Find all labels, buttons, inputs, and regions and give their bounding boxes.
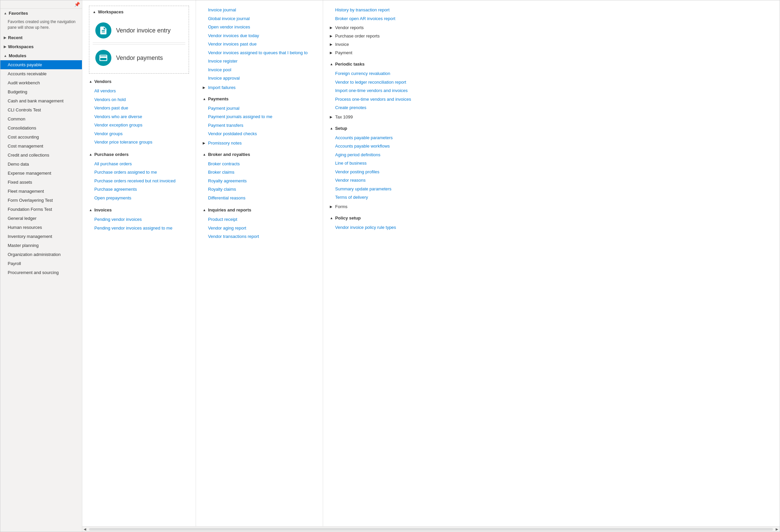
link-purchase-orders-received-but-n[interactable]: Purchase orders received but not invoice… [89, 177, 189, 185]
sidebar-item-fleet-management[interactable]: Fleet management [0, 187, 82, 196]
sidebar-item-consolidations[interactable]: Consolidations [0, 124, 82, 133]
sidebar-item-cli-controls-test[interactable]: CLI Controls Test [0, 105, 82, 114]
tax-1099-header[interactable]: ▶ Tax 1099 [330, 113, 443, 120]
sidebar-item-common[interactable]: Common [0, 114, 82, 124]
link-accounts-payable-workflows[interactable]: Accounts payable workflows [330, 142, 443, 151]
sidebar-item-cash-and-bank-management[interactable]: Cash and bank management [0, 96, 82, 105]
link-accounts-payable-parameters[interactable]: Accounts payable parameters [330, 134, 443, 142]
link-vendor-transactions-report[interactable]: Vendor transactions report [203, 232, 316, 241]
modules-header[interactable]: ▲ Modules [0, 51, 82, 60]
link-broker-claims[interactable]: Broker claims [203, 168, 316, 177]
sidebar-item-accounts-receivable[interactable]: Accounts receivable [0, 69, 82, 78]
pin-icon[interactable]: 📌 [74, 2, 80, 7]
inquiries-header[interactable]: ▲ Inquiries and reports [203, 207, 316, 212]
sidebar-item-accounts-payable[interactable]: Accounts payable [0, 60, 82, 69]
scroll-left-arrow[interactable]: ◀ [82, 527, 88, 531]
link-aging-period-definitions[interactable]: Aging period definitions [330, 151, 443, 159]
sidebar-item-cost-management[interactable]: Cost management [0, 142, 82, 151]
purchase-order-reports-header[interactable]: ▶ Purchase order reports [330, 33, 443, 40]
link-vendor-invoices-due-today[interactable]: Vendor invoices due today [203, 32, 316, 40]
link-payment-journal[interactable]: Payment journal [203, 104, 316, 113]
link-process-one-time-vendors-and-i[interactable]: Process one-time vendors and invoices [330, 95, 443, 104]
link-vendor-invoices-past-due[interactable]: Vendor invoices past due [203, 40, 316, 49]
link-product-receipt[interactable]: Product receipt [203, 215, 316, 224]
import-failures-header[interactable]: ▶ Import failures [203, 84, 316, 91]
setup-header[interactable]: ▲ Setup [330, 126, 443, 131]
invoices-header[interactable]: ▲ Invoices [89, 207, 189, 212]
payment-collapsed-header[interactable]: ▶ Payment [330, 49, 443, 56]
link-vendor-postdated-checks[interactable]: Vendor postdated checks [203, 130, 316, 138]
link-royalty-claims[interactable]: Royalty claims [203, 185, 316, 194]
link-differential-reasons[interactable]: Differential reasons [203, 194, 316, 202]
sidebar-item-form-overlayering-test[interactable]: Form Overlayering Test [0, 196, 82, 205]
link-global-invoice-journal[interactable]: Global invoice journal [203, 14, 316, 23]
link-invoice-journal[interactable]: Invoice journal [203, 6, 316, 14]
link-vendors-on-hold[interactable]: Vendors on hold [89, 95, 189, 104]
link-payment-journals-assigned-to-m[interactable]: Payment journals assigned to me [203, 112, 316, 121]
link-vendors-who-are-diverse[interactable]: Vendors who are diverse [89, 112, 189, 121]
sidebar-item-human-resources[interactable]: Human resources [0, 223, 82, 232]
sidebar-item-procurement-and-sourcing[interactable]: Procurement and sourcing [0, 268, 82, 277]
link-create-prenotes[interactable]: Create prenotes [330, 103, 443, 112]
vendors-header[interactable]: ▲ Vendors [89, 79, 189, 84]
sidebar-item-payroll[interactable]: Payroll [0, 259, 82, 268]
link-terms-of-delivery[interactable]: Terms of delivery [330, 193, 443, 202]
sidebar-item-general-ledger[interactable]: General ledger [0, 214, 82, 223]
link-vendor-posting-profiles[interactable]: Vendor posting profiles [330, 167, 443, 176]
link-open-prepayments[interactable]: Open prepayments [89, 194, 189, 202]
broker-header[interactable]: ▲ Broker and royalties [203, 152, 316, 157]
recent-header[interactable]: ▶ Recent [0, 33, 82, 42]
link-vendor-invoice-policy-rule-typ[interactable]: Vendor invoice policy rule types [330, 223, 443, 232]
horizontal-scrollbar[interactable] [89, 528, 773, 531]
link-payment-transfers[interactable]: Payment transfers [203, 121, 316, 130]
link-vendor-to-ledger-reconciliatio[interactable]: Vendor to ledger reconciliation report [330, 78, 443, 87]
scroll-right-arrow[interactable]: ▶ [774, 527, 780, 531]
link-vendor-groups[interactable]: Vendor groups [89, 130, 189, 138]
periodic-tasks-header[interactable]: ▲ Periodic tasks [330, 61, 443, 66]
link-vendors-past-due[interactable]: Vendors past due [89, 104, 189, 112]
link-import-one-time-vendors-and-in[interactable]: Import one-time vendors and invoices [330, 86, 443, 95]
sidebar-item-budgeting[interactable]: Budgeting [0, 87, 82, 96]
vendor-reports-header[interactable]: ▶ Vendor reports [330, 24, 443, 31]
sidebar-item-credit-and-collections[interactable]: Credit and collections [0, 151, 82, 160]
link-invoice-register[interactable]: Invoice register [203, 57, 316, 65]
link-vendor-aging-report[interactable]: Vendor aging report [203, 224, 316, 233]
sidebar-item-cost-accounting[interactable]: Cost accounting [0, 133, 82, 142]
link-invoice-approval[interactable]: Invoice approval [203, 74, 316, 83]
link-pending-vendor-invoices[interactable]: Pending vendor invoices [89, 215, 189, 224]
sidebar-item-master-planning[interactable]: Master planning [0, 241, 82, 250]
link-vendor-invoices-assigned-to-qu[interactable]: Vendor invoices assigned to queues that … [203, 49, 316, 57]
link-invoice-pool[interactable]: Invoice pool [203, 65, 316, 74]
favorites-header[interactable]: ▲ Favorites [0, 9, 82, 18]
link-line-of-business[interactable]: Line of business [330, 159, 443, 167]
sidebar-item-expense-management[interactable]: Expense management [0, 168, 82, 178]
link-all-purchase-orders[interactable]: All purchase orders [89, 160, 189, 168]
purchase-orders-header[interactable]: ▲ Purchase orders [89, 152, 189, 157]
link-history-by-transaction-report[interactable]: History by transaction report [330, 6, 443, 14]
link-vendor-reasons[interactable]: Vendor reasons [330, 176, 443, 185]
sidebar-item-organization-administration[interactable]: Organization administration [0, 250, 82, 259]
forms-collapsed-header[interactable]: ▶ Forms [330, 203, 443, 210]
sidebar-item-audit-workbench[interactable]: Audit workbench [0, 78, 82, 87]
link-royalty-agreements[interactable]: Royalty agreements [203, 177, 316, 185]
sidebar-item-demo-data[interactable]: Demo data [0, 160, 82, 168]
link-vendor-exception-groups[interactable]: Vendor exception groups [89, 121, 189, 130]
link-foreign-currency-revaluation[interactable]: Foreign currency revaluation [330, 69, 443, 78]
link-purchase-orders-assigned-to-me[interactable]: Purchase orders assigned to me [89, 168, 189, 177]
sidebar-item-fixed-assets[interactable]: Fixed assets [0, 178, 82, 187]
link-purchase-agreements[interactable]: Purchase agreements [89, 185, 189, 194]
promissory-notes-header[interactable]: ▶ Promissory notes [203, 140, 316, 147]
link-broker-open-ar-invoices-report[interactable]: Broker open AR invoices report [330, 14, 443, 23]
link-broker-contracts[interactable]: Broker contracts [203, 160, 316, 168]
link-open-vendor-invoices[interactable]: Open vendor invoices [203, 23, 316, 32]
invoice-collapsed-header[interactable]: ▶ Invoice [330, 41, 443, 48]
link-vendor-price-tolerance-groups[interactable]: Vendor price tolerance groups [89, 138, 189, 147]
link-pending-vendor-invoices-assign[interactable]: Pending vendor invoices assigned to me [89, 224, 189, 233]
vendor-invoice-card[interactable]: Vendor invoice entry [93, 18, 185, 43]
workspaces-header[interactable]: ▶ Workspaces [0, 42, 82, 51]
link-summary-update-parameters[interactable]: Summary update parameters [330, 185, 443, 193]
vendor-payments-card[interactable]: Vendor payments [93, 46, 185, 70]
sidebar-item-foundation-forms-test[interactable]: Foundation Forms Test [0, 205, 82, 214]
policy-header[interactable]: ▲ Policy setup [330, 215, 443, 221]
link-all-vendors[interactable]: All vendors [89, 87, 189, 95]
